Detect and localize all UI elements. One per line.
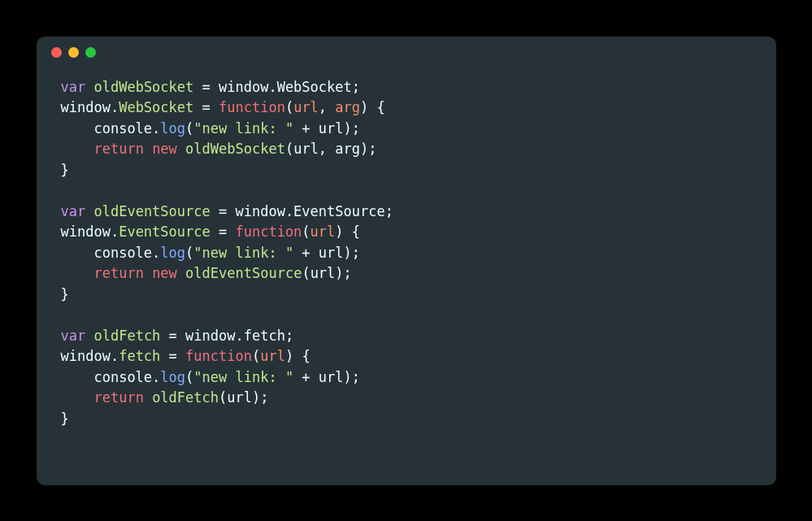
- code-token: [144, 389, 152, 406]
- code-token: new: [152, 141, 177, 157]
- code-token: =: [160, 348, 185, 364]
- code-token: (: [185, 245, 193, 261]
- code-token: + url);: [293, 120, 360, 137]
- zoom-icon[interactable]: [85, 47, 96, 58]
- code-token: arg: [335, 99, 360, 115]
- code-token: [85, 79, 93, 95]
- code-token: log: [160, 369, 185, 385]
- code-token: (: [185, 369, 193, 385]
- code-token: ) {: [360, 99, 385, 115]
- code-token: =: [211, 224, 236, 240]
- code-token: EventSource: [119, 224, 211, 240]
- code-token: url: [310, 224, 336, 240]
- code-token: (: [185, 120, 193, 137]
- code-token: "new link: ": [193, 120, 293, 137]
- code-token: oldEventSource: [93, 203, 210, 219]
- code-token: console.: [61, 245, 161, 261]
- code-token: (: [302, 224, 310, 240]
- code-token: (url);: [219, 389, 268, 406]
- code-token: [144, 265, 152, 281]
- code-token: var: [61, 328, 86, 344]
- code-token: var: [61, 203, 86, 219]
- code-token: (url, arg);: [285, 141, 377, 157]
- code-token: (: [285, 99, 293, 115]
- code-token: function: [235, 224, 302, 240]
- code-token: [61, 141, 94, 157]
- code-token: new: [152, 265, 177, 281]
- code-token: url: [293, 99, 319, 115]
- code-token: "new link: ": [193, 369, 293, 385]
- code-token: url: [260, 348, 285, 364]
- code-token: [61, 389, 94, 406]
- code-token: = window.EventSource;: [211, 203, 393, 219]
- code-token: + url);: [293, 245, 360, 261]
- code-token: fetch: [119, 348, 160, 364]
- code-token: function: [219, 99, 285, 115]
- minimize-icon[interactable]: [68, 47, 79, 58]
- code-token: }: [61, 410, 69, 427]
- code-token: [177, 265, 185, 281]
- code-token: }: [61, 286, 69, 302]
- code-window: var oldWebSocket = window.WebSocket; win…: [37, 37, 776, 485]
- code-token: function: [185, 348, 252, 364]
- code-token: console.: [61, 120, 161, 137]
- code-token: oldWebSocket: [185, 141, 285, 157]
- code-token: return: [93, 141, 143, 157]
- window-titlebar: [37, 37, 776, 69]
- close-icon[interactable]: [51, 47, 62, 58]
- code-token: [61, 265, 94, 281]
- code-token: [144, 141, 152, 157]
- code-token: + url);: [293, 369, 360, 385]
- code-token: = window.fetch;: [160, 328, 293, 344]
- code-token: (: [252, 348, 260, 364]
- code-token: }: [61, 162, 69, 178]
- code-token: (url);: [302, 265, 351, 281]
- code-block: var oldWebSocket = window.WebSocket; win…: [37, 69, 776, 446]
- code-token: = window.WebSocket;: [193, 79, 360, 95]
- code-token: window.: [61, 99, 119, 115]
- code-token: oldEventSource: [185, 265, 302, 281]
- code-token: WebSocket: [119, 99, 193, 115]
- code-token: window.: [61, 348, 119, 364]
- code-token: oldFetch: [93, 328, 160, 344]
- code-token: ) {: [285, 348, 310, 364]
- code-token: log: [160, 120, 185, 137]
- code-token: window.: [61, 224, 119, 240]
- code-token: return: [93, 389, 143, 406]
- code-token: oldFetch: [152, 389, 219, 406]
- code-token: [177, 141, 185, 157]
- code-token: var: [61, 79, 86, 95]
- code-token: =: [193, 99, 219, 115]
- code-token: oldWebSocket: [93, 79, 193, 95]
- code-token: log: [160, 245, 185, 261]
- code-token: [85, 203, 93, 219]
- code-token: return: [93, 265, 143, 281]
- code-token: [85, 328, 93, 344]
- code-token: console.: [61, 369, 161, 385]
- code-token: "new link: ": [193, 245, 293, 261]
- code-token: ,: [319, 99, 335, 115]
- code-token: ) {: [335, 224, 360, 240]
